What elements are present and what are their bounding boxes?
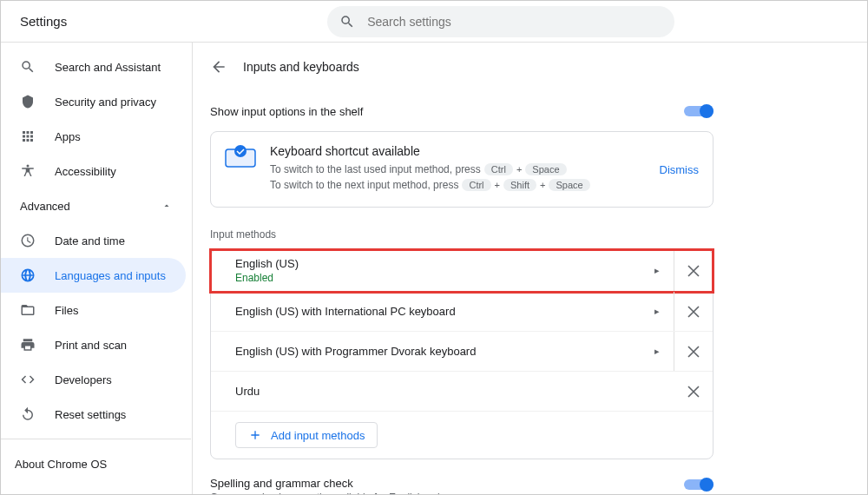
- method-name: English (US) with Programmer Dvorak keyb…: [235, 345, 640, 358]
- search-icon: [20, 59, 36, 75]
- method-status: Enabled: [235, 272, 640, 284]
- remove-button[interactable]: [674, 386, 713, 398]
- clock-icon: [20, 233, 36, 248]
- shelf-label: Show input options in the shelf: [210, 105, 363, 118]
- method-name: English (US) with International PC keybo…: [235, 305, 640, 318]
- folder-icon: [20, 302, 36, 318]
- shelf-toggle[interactable]: [684, 103, 713, 119]
- sidebar-item-languages[interactable]: Languages and inputs: [1, 258, 186, 293]
- key-chip: Ctrl: [462, 179, 490, 191]
- sidebar-item-files[interactable]: Files: [1, 293, 191, 327]
- remove-button[interactable]: [674, 265, 713, 277]
- plus-icon: +: [516, 164, 522, 175]
- divider: [1, 439, 191, 439]
- configure-button[interactable]: ▸: [640, 250, 674, 291]
- info-line1-prefix: To switch to the last used input method,…: [270, 163, 481, 175]
- main-content: Inputs and keyboards Show input options …: [210, 43, 713, 494]
- sidebar-item-developers[interactable]: Developers: [1, 362, 191, 397]
- keyboard-shortcut-card: Keyboard shortcut available To switch to…: [210, 131, 713, 208]
- spelling-sub: Grammar check currently available for En…: [210, 492, 445, 494]
- sidebar-item-label: Apps: [55, 130, 81, 143]
- sidebar-item-label: Search and Assistant: [55, 61, 161, 74]
- key-chip: Ctrl: [484, 163, 513, 175]
- sidebar-item-apps[interactable]: Apps: [1, 119, 191, 154]
- add-input-methods-button[interactable]: Add input methods: [235, 422, 378, 448]
- back-arrow-icon[interactable]: [210, 58, 227, 76]
- sidebar-item-label: Languages and inputs: [55, 269, 166, 282]
- sidebar-item-label: Reset settings: [55, 408, 126, 421]
- dismiss-button[interactable]: Dismiss: [660, 163, 700, 176]
- sidebar-item-label: Files: [55, 304, 78, 317]
- sidebar-advanced-toggle[interactable]: Advanced: [1, 188, 191, 223]
- sidebar-item-about[interactable]: About Chrome OS: [1, 446, 191, 481]
- advanced-label: Advanced: [20, 200, 70, 213]
- sidebar-item-label: Developers: [55, 373, 112, 386]
- search-input[interactable]: [367, 15, 662, 29]
- plus-icon: +: [495, 180, 500, 190]
- page-title: Inputs and keyboards: [243, 60, 359, 74]
- plus-icon: [248, 428, 262, 442]
- shelf-toggle-row: Show input options in the shelf: [210, 91, 713, 131]
- key-chip: Shift: [503, 179, 536, 191]
- add-button-label: Add input methods: [271, 429, 365, 442]
- shield-icon: [20, 94, 36, 109]
- sidebar-item-print[interactable]: Print and scan: [1, 327, 191, 362]
- sidebar-item-reset[interactable]: Reset settings: [1, 397, 191, 432]
- info-card-title: Keyboard shortcut available: [270, 144, 646, 158]
- sidebar-item-label: Accessibility: [55, 165, 116, 178]
- method-name: Urdu: [235, 385, 640, 398]
- app-header: Settings: [1, 1, 867, 43]
- accessibility-icon: [20, 163, 36, 179]
- sidebar-item-security[interactable]: Security and privacy: [1, 84, 191, 119]
- sidebar-item-label: About Chrome OS: [15, 458, 107, 471]
- key-chip: Space: [549, 179, 589, 191]
- sidebar-item-label: Date and time: [55, 234, 125, 248]
- sidebar-item-date-time[interactable]: Date and time: [1, 223, 191, 258]
- input-method-row[interactable]: Urdu ▸: [211, 372, 713, 412]
- sidebar-item-label: Security and privacy: [55, 96, 156, 109]
- search-icon: [339, 14, 355, 30]
- spelling-toggle[interactable]: [684, 477, 713, 492]
- keyboard-icon: [225, 144, 256, 168]
- input-method-row[interactable]: English (US) Enabled ▸: [211, 250, 713, 292]
- input-method-row[interactable]: English (US) with International PC keybo…: [211, 292, 713, 332]
- configure-button[interactable]: ▸: [640, 292, 674, 331]
- sidebar-item-accessibility[interactable]: Accessibility: [1, 154, 191, 188]
- remove-button[interactable]: [674, 346, 713, 358]
- reset-icon: [20, 406, 36, 422]
- app-title: Settings: [20, 14, 67, 29]
- spelling-title: Spelling and grammar check: [210, 477, 445, 490]
- code-icon: [20, 372, 36, 387]
- close-icon: [687, 306, 700, 318]
- search-box[interactable]: [327, 6, 674, 37]
- key-chip: Space: [525, 163, 566, 175]
- chevron-up-icon: [161, 201, 172, 211]
- close-icon: [687, 386, 700, 398]
- configure-button[interactable]: ▸: [640, 332, 674, 371]
- svg-point-1: [234, 145, 247, 157]
- input-methods-list: English (US) Enabled ▸ English (US) with…: [210, 249, 713, 459]
- input-methods-label: Input methods: [210, 228, 713, 241]
- close-icon: [687, 346, 700, 358]
- sidebar: Search and Assistant Security and privac…: [1, 43, 192, 494]
- apps-icon: [20, 129, 36, 144]
- remove-button[interactable]: [674, 306, 713, 318]
- sidebar-item-label: Print and scan: [55, 339, 127, 352]
- globe-icon: [20, 267, 36, 283]
- plus-icon: +: [540, 180, 545, 190]
- close-icon: [687, 265, 700, 277]
- sidebar-item-search-assistant[interactable]: Search and Assistant: [1, 50, 191, 84]
- input-method-row[interactable]: English (US) with Programmer Dvorak keyb…: [211, 332, 713, 372]
- method-name: English (US): [235, 257, 640, 270]
- info-line2-prefix: To switch to the next input method, pres…: [270, 179, 458, 191]
- printer-icon: [20, 337, 36, 353]
- spelling-toggle-row: Spelling and grammar check Grammar check…: [210, 477, 713, 494]
